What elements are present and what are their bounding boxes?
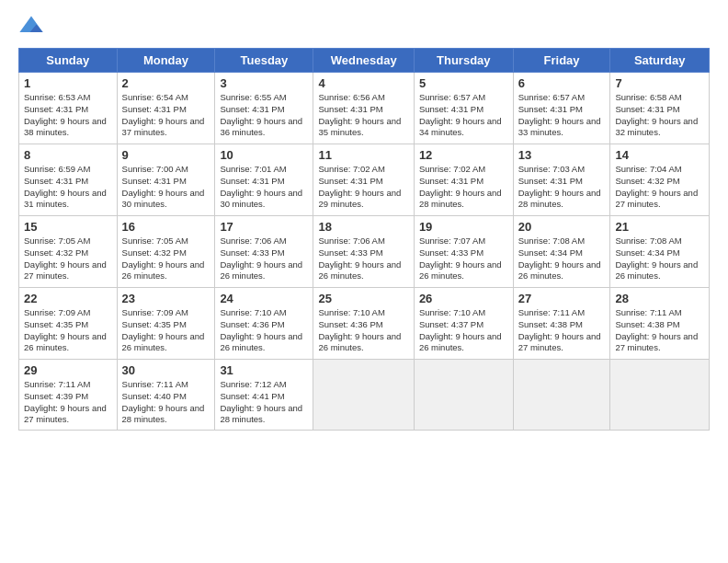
calendar-cell: 9Sunrise: 7:00 AMSunset: 4:31 PMDaylight… — [117, 144, 215, 216]
logo — [18, 17, 46, 39]
calendar-cell: 12Sunrise: 7:02 AMSunset: 4:31 PMDayligh… — [414, 144, 513, 216]
day-info: Sunrise: 7:05 AMSunset: 4:32 PMDaylight:… — [24, 236, 112, 282]
day-number: 30 — [122, 363, 210, 377]
day-info: Sunrise: 7:04 AMSunset: 4:32 PMDaylight:… — [615, 164, 704, 211]
day-number: 8 — [24, 148, 112, 162]
day-info: Sunrise: 7:11 AMSunset: 4:40 PMDaylight:… — [122, 379, 210, 426]
calendar-cell: 4Sunrise: 6:56 AMSunset: 4:31 PMDaylight… — [313, 73, 414, 144]
day-number: 31 — [220, 363, 308, 377]
weekday-header: Saturday — [610, 49, 710, 73]
day-number: 27 — [518, 292, 606, 305]
calendar-cell: 5Sunrise: 6:57 AMSunset: 4:31 PMDaylight… — [414, 73, 513, 144]
calendar-cell: 15Sunrise: 7:05 AMSunset: 4:32 PMDayligh… — [19, 216, 118, 288]
logo-icon — [18, 13, 44, 39]
day-number: 1 — [24, 76, 112, 90]
day-info: Sunrise: 7:00 AMSunset: 4:31 PMDaylight:… — [122, 164, 210, 211]
calendar-cell — [513, 360, 610, 431]
day-number: 22 — [24, 292, 112, 305]
calendar-cell: 17Sunrise: 7:06 AMSunset: 4:33 PMDayligh… — [215, 216, 313, 288]
calendar-cell: 21Sunrise: 7:08 AMSunset: 4:34 PMDayligh… — [610, 216, 710, 288]
calendar-cell: 31Sunrise: 7:12 AMSunset: 4:41 PMDayligh… — [215, 360, 313, 431]
day-number: 6 — [518, 76, 606, 90]
day-info: Sunrise: 6:57 AMSunset: 4:31 PMDaylight:… — [419, 92, 508, 139]
calendar-cell: 20Sunrise: 7:08 AMSunset: 4:34 PMDayligh… — [513, 216, 610, 288]
calendar-cell: 3Sunrise: 6:55 AMSunset: 4:31 PMDaylight… — [215, 73, 313, 144]
day-number: 12 — [419, 148, 508, 162]
day-number: 18 — [318, 220, 408, 234]
page: SundayMondayTuesdayWednesdayThursdayFrid… — [0, 0, 728, 563]
calendar-cell: 30Sunrise: 7:11 AMSunset: 4:40 PMDayligh… — [117, 360, 215, 431]
calendar-cell: 8Sunrise: 6:59 AMSunset: 4:31 PMDaylight… — [19, 144, 118, 216]
calendar-cell: 27Sunrise: 7:11 AMSunset: 4:38 PMDayligh… — [513, 288, 610, 360]
calendar-cell: 28Sunrise: 7:11 AMSunset: 4:38 PMDayligh… — [610, 288, 710, 360]
weekday-header: Wednesday — [313, 49, 414, 73]
day-number: 14 — [615, 148, 704, 162]
day-info: Sunrise: 7:09 AMSunset: 4:35 PMDaylight:… — [122, 307, 210, 354]
weekday-header-row: SundayMondayTuesdayWednesdayThursdayFrid… — [19, 49, 710, 73]
day-number: 24 — [220, 292, 308, 305]
calendar-cell: 18Sunrise: 7:06 AMSunset: 4:33 PMDayligh… — [313, 216, 414, 288]
calendar-cell: 10Sunrise: 7:01 AMSunset: 4:31 PMDayligh… — [215, 144, 313, 216]
weekday-header: Monday — [117, 49, 215, 73]
day-info: Sunrise: 7:09 AMSunset: 4:35 PMDaylight:… — [24, 307, 112, 354]
day-info: Sunrise: 6:53 AMSunset: 4:31 PMDaylight:… — [24, 92, 112, 139]
day-info: Sunrise: 7:10 AMSunset: 4:36 PMDaylight:… — [220, 307, 308, 354]
calendar-cell: 14Sunrise: 7:04 AMSunset: 4:32 PMDayligh… — [610, 144, 710, 216]
calendar-cell: 26Sunrise: 7:10 AMSunset: 4:37 PMDayligh… — [414, 288, 513, 360]
day-info: Sunrise: 6:55 AMSunset: 4:31 PMDaylight:… — [220, 92, 308, 139]
header — [18, 17, 710, 39]
calendar-cell: 24Sunrise: 7:10 AMSunset: 4:36 PMDayligh… — [215, 288, 313, 360]
day-info: Sunrise: 7:02 AMSunset: 4:31 PMDaylight:… — [318, 164, 408, 211]
day-number: 10 — [220, 148, 308, 162]
weekday-header: Thursday — [414, 49, 513, 73]
day-number: 26 — [419, 292, 508, 305]
day-info: Sunrise: 7:06 AMSunset: 4:33 PMDaylight:… — [220, 236, 308, 282]
calendar-cell: 23Sunrise: 7:09 AMSunset: 4:35 PMDayligh… — [117, 288, 215, 360]
day-info: Sunrise: 6:58 AMSunset: 4:31 PMDaylight:… — [615, 92, 704, 139]
day-info: Sunrise: 6:56 AMSunset: 4:31 PMDaylight:… — [318, 92, 408, 139]
day-number: 11 — [318, 148, 408, 162]
day-number: 25 — [318, 292, 408, 305]
day-info: Sunrise: 7:08 AMSunset: 4:34 PMDaylight:… — [615, 236, 704, 282]
day-number: 20 — [518, 220, 606, 234]
day-info: Sunrise: 7:08 AMSunset: 4:34 PMDaylight:… — [518, 236, 606, 282]
weekday-header: Tuesday — [215, 49, 313, 73]
calendar-cell: 1Sunrise: 6:53 AMSunset: 4:31 PMDaylight… — [19, 73, 118, 144]
day-number: 15 — [24, 220, 112, 234]
calendar-cell: 2Sunrise: 6:54 AMSunset: 4:31 PMDaylight… — [117, 73, 215, 144]
day-info: Sunrise: 7:02 AMSunset: 4:31 PMDaylight:… — [419, 164, 508, 211]
day-info: Sunrise: 7:01 AMSunset: 4:31 PMDaylight:… — [220, 164, 308, 211]
day-number: 13 — [518, 148, 606, 162]
day-number: 17 — [220, 220, 308, 234]
day-number: 23 — [122, 292, 210, 305]
calendar-cell: 13Sunrise: 7:03 AMSunset: 4:31 PMDayligh… — [513, 144, 610, 216]
day-number: 21 — [615, 220, 704, 234]
day-info: Sunrise: 7:03 AMSunset: 4:31 PMDaylight:… — [518, 164, 606, 211]
day-number: 4 — [318, 76, 408, 90]
calendar-cell — [313, 360, 414, 431]
day-info: Sunrise: 7:05 AMSunset: 4:32 PMDaylight:… — [122, 236, 210, 282]
day-info: Sunrise: 6:59 AMSunset: 4:31 PMDaylight:… — [24, 164, 112, 211]
day-info: Sunrise: 6:57 AMSunset: 4:31 PMDaylight:… — [518, 92, 606, 139]
day-number: 3 — [220, 76, 308, 90]
calendar-table: SundayMondayTuesdayWednesdayThursdayFrid… — [18, 48, 710, 431]
day-info: Sunrise: 7:06 AMSunset: 4:33 PMDaylight:… — [318, 236, 408, 282]
day-info: Sunrise: 6:54 AMSunset: 4:31 PMDaylight:… — [122, 92, 210, 139]
day-info: Sunrise: 7:07 AMSunset: 4:33 PMDaylight:… — [419, 236, 508, 282]
calendar-cell: 25Sunrise: 7:10 AMSunset: 4:36 PMDayligh… — [313, 288, 414, 360]
calendar-cell: 11Sunrise: 7:02 AMSunset: 4:31 PMDayligh… — [313, 144, 414, 216]
day-info: Sunrise: 7:11 AMSunset: 4:38 PMDaylight:… — [518, 307, 606, 354]
day-number: 28 — [615, 292, 704, 305]
day-info: Sunrise: 7:10 AMSunset: 4:36 PMDaylight:… — [318, 307, 408, 354]
day-info: Sunrise: 7:11 AMSunset: 4:38 PMDaylight:… — [615, 307, 704, 354]
day-number: 7 — [615, 76, 704, 90]
calendar-cell — [610, 360, 710, 431]
calendar-cell: 6Sunrise: 6:57 AMSunset: 4:31 PMDaylight… — [513, 73, 610, 144]
day-number: 2 — [122, 76, 210, 90]
calendar-cell: 7Sunrise: 6:58 AMSunset: 4:31 PMDaylight… — [610, 73, 710, 144]
calendar-cell: 19Sunrise: 7:07 AMSunset: 4:33 PMDayligh… — [414, 216, 513, 288]
day-info: Sunrise: 7:11 AMSunset: 4:39 PMDaylight:… — [24, 379, 112, 426]
weekday-header: Friday — [513, 49, 610, 73]
calendar-cell: 22Sunrise: 7:09 AMSunset: 4:35 PMDayligh… — [19, 288, 118, 360]
day-info: Sunrise: 7:10 AMSunset: 4:37 PMDaylight:… — [419, 307, 508, 354]
